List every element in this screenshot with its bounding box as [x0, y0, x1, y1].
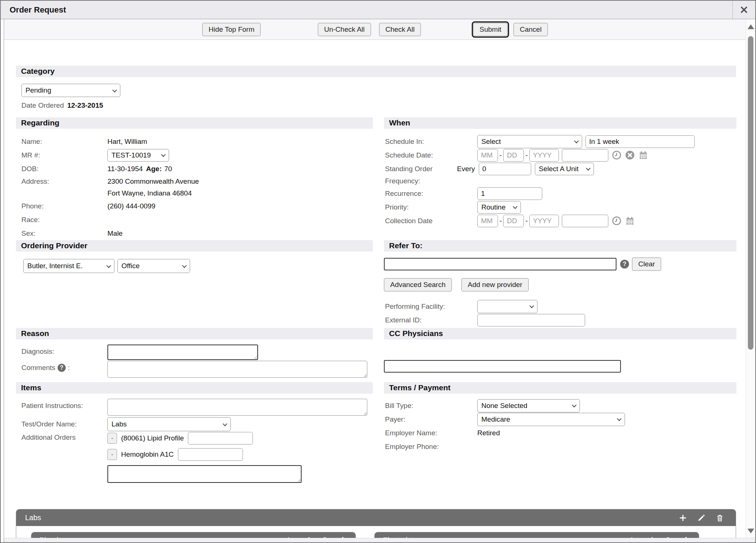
test-order-name-label: Test/Order Name:	[21, 420, 107, 428]
category-selected-value: Pending	[25, 86, 51, 94]
scrollbar-thumb[interactable]	[748, 36, 753, 350]
provider-location-select[interactable]: Office	[117, 259, 190, 273]
cancel-button[interactable]: Cancel	[513, 23, 548, 36]
mr-number-select[interactable]: TEST-10019	[107, 149, 169, 162]
refer-to-clear-button[interactable]: Clear	[632, 257, 661, 271]
additional-orders-textarea[interactable]	[107, 465, 302, 483]
order-item-input[interactable]	[178, 448, 243, 461]
age-value: 70	[164, 165, 172, 173]
regarding-header: Regarding	[16, 117, 373, 129]
refer-to-search-input[interactable]	[384, 258, 616, 270]
payer-select[interactable]: Medicare	[477, 413, 625, 426]
chevron-down-icon	[617, 416, 622, 421]
close-icon	[740, 6, 748, 14]
comments-textarea[interactable]	[107, 361, 367, 378]
collection-date-calendar-button[interactable]	[625, 216, 635, 226]
edit-pencil-icon[interactable]	[697, 514, 705, 522]
schedule-date-calendar-button[interactable]	[638, 150, 648, 160]
collection-time-button[interactable]	[612, 216, 622, 226]
frequency-label: Frequency:	[385, 177, 477, 185]
chevron-down-icon	[182, 263, 187, 268]
close-button[interactable]	[732, 1, 755, 19]
add-icon[interactable]	[679, 514, 687, 522]
labs-panel: Labs Blood	[16, 509, 736, 542]
advanced-search-button[interactable]: Advanced Search	[384, 278, 452, 291]
collection-date-mm-input[interactable]	[477, 215, 498, 227]
schedule-date-label: Schedule Date:	[385, 151, 477, 159]
toolbar: Hide Top Form Un-Check All Check All Sub…	[4, 19, 746, 40]
add-new-provider-button[interactable]: Add new provider	[461, 278, 529, 291]
bill-type-select[interactable]: None Selected	[477, 399, 580, 412]
check-all-button[interactable]: Check All	[379, 23, 421, 36]
diagnosis-textarea[interactable]	[107, 345, 258, 360]
employer-name-label: Employer Name:	[385, 429, 477, 437]
collection-date-label: Collection Date	[385, 217, 477, 225]
patient-instructions-textarea[interactable]	[107, 399, 367, 416]
x-circle-icon	[625, 150, 635, 160]
test-order-name-value: Labs	[111, 420, 127, 428]
horizontal-scrollbar[interactable]	[4, 538, 755, 542]
comments-help-button[interactable]: ?	[58, 364, 66, 372]
chevron-down-icon	[161, 152, 166, 157]
vertical-scrollbar[interactable]	[746, 19, 755, 542]
recurrence-input[interactable]	[477, 187, 542, 200]
phone-label: Phone:	[21, 202, 107, 210]
refer-to-help-button[interactable]: ?	[620, 260, 629, 269]
schedule-in-value: Select	[481, 138, 501, 146]
ordering-provider-select[interactable]: Butler, Internist E.	[23, 259, 114, 273]
test-order-name-select[interactable]: Labs	[107, 417, 231, 431]
clock-icon	[612, 150, 622, 160]
category-select[interactable]: Pending	[21, 84, 120, 97]
chevron-down-icon	[586, 166, 591, 171]
schedule-in-text-input[interactable]	[585, 135, 695, 148]
schedule-in-select[interactable]: Select	[477, 135, 582, 148]
scroll-content: Hide Top Form Un-Check All Check All Sub…	[4, 19, 746, 542]
chevron-down-icon	[513, 204, 518, 209]
hide-top-form-button[interactable]: Hide Top Form	[202, 23, 261, 36]
uncheck-all-button[interactable]: Un-Check All	[318, 23, 371, 36]
dialog-body: Hide Top Form Un-Check All Check All Sub…	[4, 19, 755, 542]
when-header: When	[384, 117, 736, 129]
diagnosis-label: Diagnosis:	[21, 345, 107, 356]
schedule-date-clear-button[interactable]	[625, 150, 635, 160]
submit-button[interactable]: Submit	[473, 23, 508, 36]
calendar-icon	[638, 150, 648, 160]
chevron-down-icon	[529, 304, 534, 308]
schedule-date-yyyy-input[interactable]	[529, 149, 559, 162]
performing-facility-select[interactable]	[477, 300, 537, 313]
date-ordered-value: 12-23-2015	[67, 101, 103, 110]
items-header: Items	[16, 382, 373, 394]
standing-order-every-input[interactable]	[479, 163, 531, 175]
refer-to-header: Refer To:	[384, 240, 736, 252]
schedule-date-time-input[interactable]	[562, 149, 608, 162]
schedule-time-button[interactable]	[612, 150, 622, 160]
when-section: When Schedule In: Select Schedule Date:	[384, 117, 736, 240]
order-item-label: (80061) Lipid Profile	[121, 434, 184, 442]
reason-section: Reason Diagnosis: Comments ? :	[16, 328, 373, 382]
external-id-label: External ID:	[385, 316, 477, 324]
payer-label: Payer:	[385, 415, 477, 423]
schedule-date-mm-input[interactable]	[477, 149, 498, 162]
scroll-down-arrow-icon[interactable]	[748, 529, 754, 533]
patient-name: Hart, William	[107, 138, 147, 146]
chevron-down-icon	[574, 139, 579, 143]
external-id-input[interactable]	[477, 314, 585, 326]
calendar-icon	[625, 216, 635, 226]
collection-date-time-input[interactable]	[562, 215, 608, 227]
delete-trash-icon[interactable]	[716, 514, 724, 522]
performing-facility-label: Performing Facility:	[385, 302, 477, 311]
remove-order-button[interactable]: -	[107, 449, 117, 460]
standing-order-unit-select[interactable]: Select A Unit	[535, 163, 594, 175]
order-request-dialog: Order Request Hide Top Form Un-Check All…	[0, 0, 756, 543]
terms-payment-section: Terms / Payment Bill Type: None Selected…	[384, 382, 736, 502]
priority-select[interactable]: Routine	[477, 201, 521, 214]
schedule-date-dd-input[interactable]	[503, 149, 524, 162]
scroll-up-arrow-icon[interactable]	[748, 24, 754, 29]
question-mark-icon: ?	[60, 364, 63, 371]
remove-order-button[interactable]: -	[107, 433, 117, 444]
order-item-input[interactable]	[188, 432, 253, 445]
collection-date-yyyy-input[interactable]	[529, 215, 559, 227]
items-section: Items Patient Instructions: Test/Order N…	[16, 382, 373, 502]
cc-physicians-input[interactable]	[384, 360, 621, 373]
collection-date-dd-input[interactable]	[503, 215, 524, 227]
